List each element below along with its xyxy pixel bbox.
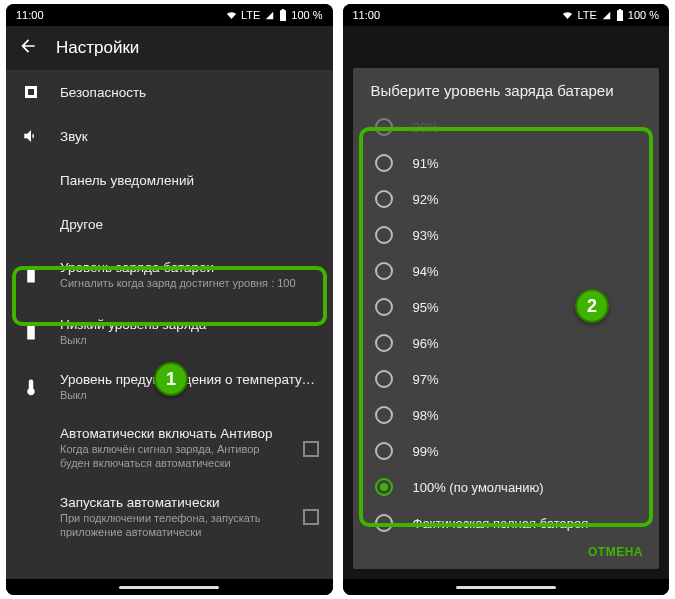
option-label: 98% (413, 408, 439, 423)
radio-icon (375, 514, 393, 532)
row-auto-antitheft[interactable]: Автоматически включать Антивор Когда вкл… (6, 414, 333, 483)
radio-icon (375, 334, 393, 352)
option-95[interactable]: 95% (353, 289, 660, 325)
status-net: LTE (241, 9, 260, 21)
signal-icon (601, 11, 612, 20)
option-label: 100% (по умолчанию) (413, 480, 544, 495)
battery-icon (616, 9, 624, 21)
option-96[interactable]: 96% (353, 325, 660, 361)
speaker-icon (20, 127, 42, 145)
app-bar: Настройки (6, 26, 333, 70)
settings-list: Безопасность Звук Панель уведомлений Дру… (6, 70, 333, 579)
row-battery-level[interactable]: Уровень заряда батареи Сигналить когда з… (6, 246, 333, 305)
status-bar: 11:00 LTE 100 % (343, 4, 670, 26)
signal-icon (264, 11, 275, 20)
row-low-battery[interactable]: Низкий уровень заряда Выкл (6, 305, 333, 360)
nav-bar (6, 579, 333, 595)
spacer-icon (20, 215, 42, 233)
option-94[interactable]: 94% (353, 253, 660, 289)
radio-icon (375, 226, 393, 244)
status-bar: 11:00 LTE 100 % (6, 4, 333, 26)
phone-left: 11:00 LTE 100 % Настройки Безопасность (6, 4, 333, 595)
option-91[interactable]: 91% (353, 145, 660, 181)
row-other[interactable]: Другое (6, 202, 333, 246)
option-label: Фактическая полная батарея (413, 516, 589, 531)
dialog-screen: Выберите уровень заряда батареи 90% 91% … (343, 26, 670, 579)
back-icon[interactable] (18, 36, 38, 60)
checkbox[interactable] (303, 441, 319, 457)
spacer-icon (20, 440, 42, 458)
row-label: Уровень предупреждения о температуре.. (60, 372, 319, 387)
row-label: Панель уведомлений (60, 173, 319, 188)
option-label: 92% (413, 192, 439, 207)
radio-icon (375, 262, 393, 280)
option-100[interactable]: 100% (по умолчанию) (353, 469, 660, 505)
option-label: 99% (413, 444, 439, 459)
row-label: Уровень заряда батареи (60, 260, 319, 275)
row-sub: При подключении телефона, запускать прил… (60, 512, 285, 540)
status-batt: 100 % (291, 9, 322, 21)
option-label: 94% (413, 264, 439, 279)
row-label: Другое (60, 217, 319, 232)
row-label: Запускать автоматически (60, 495, 285, 510)
status-time: 11:00 (16, 9, 44, 21)
option-90[interactable]: 90% (353, 109, 660, 145)
radio-icon (375, 406, 393, 424)
row-label: Автоматически включать Антивор (60, 426, 285, 441)
row-sub: Сигналить когда заряд достигнет уровня :… (60, 277, 319, 291)
row-label: Безопасность (60, 85, 319, 100)
option-label: 96% (413, 336, 439, 351)
radio-icon (375, 298, 393, 316)
option-label: 95% (413, 300, 439, 315)
checkbox[interactable] (303, 509, 319, 525)
dialog-options: 90% 91% 92% 93% 94% 95% 96% 97% 98% 99% … (353, 109, 660, 537)
row-label: Низкий уровень заряда (60, 317, 319, 332)
temperature-icon (20, 378, 42, 396)
cancel-button[interactable]: ОТМЕНА (588, 545, 643, 559)
row-sub: Выкл (60, 334, 319, 348)
battery-level-dialog: Выберите уровень заряда батареи 90% 91% … (353, 68, 660, 569)
row-auto-launch[interactable]: Запускать автоматически При подключении … (6, 483, 333, 552)
status-batt: 100 % (628, 9, 659, 21)
nav-bar (343, 579, 670, 595)
row-security[interactable]: Безопасность (6, 70, 333, 114)
dialog-title: Выберите уровень заряда батареи (353, 68, 660, 109)
option-98[interactable]: 98% (353, 397, 660, 433)
option-93[interactable]: 93% (353, 217, 660, 253)
status-right: LTE 100 % (562, 9, 659, 21)
option-92[interactable]: 92% (353, 181, 660, 217)
option-actual-full[interactable]: Фактическая полная батарея (353, 505, 660, 537)
row-sub: Когда включён сигнал заряда, Антивор буд… (60, 443, 285, 471)
option-label: 90% (413, 120, 439, 135)
option-label: 97% (413, 372, 439, 387)
shield-icon (20, 83, 42, 101)
option-97[interactable]: 97% (353, 361, 660, 397)
wifi-icon (226, 11, 237, 20)
annotation-badge-2: 2 (575, 289, 609, 323)
phone-right: 11:00 LTE 100 % Выберите уровень заряда … (343, 4, 670, 595)
option-label: 91% (413, 156, 439, 171)
row-sub: Выкл (60, 389, 319, 403)
radio-icon (375, 370, 393, 388)
radio-icon (375, 154, 393, 172)
option-99[interactable]: 99% (353, 433, 660, 469)
row-notifications[interactable]: Панель уведомлений (6, 158, 333, 202)
spacer-icon (20, 508, 42, 526)
page-title: Настройки (56, 38, 139, 58)
dialog-actions: ОТМЕНА (353, 537, 660, 569)
status-right: LTE 100 % (226, 9, 323, 21)
option-label: 93% (413, 228, 439, 243)
battery-icon (279, 9, 287, 21)
radio-icon (375, 478, 393, 496)
radio-icon (375, 442, 393, 460)
status-net: LTE (577, 9, 596, 21)
row-label: Звук (60, 129, 319, 144)
battery-full-icon (20, 266, 42, 284)
wifi-icon (562, 11, 573, 20)
annotation-badge-1: 1 (154, 362, 188, 396)
spacer-icon (20, 171, 42, 189)
row-sound[interactable]: Звук (6, 114, 333, 158)
status-time: 11:00 (353, 9, 381, 21)
radio-icon (375, 118, 393, 136)
radio-icon (375, 190, 393, 208)
